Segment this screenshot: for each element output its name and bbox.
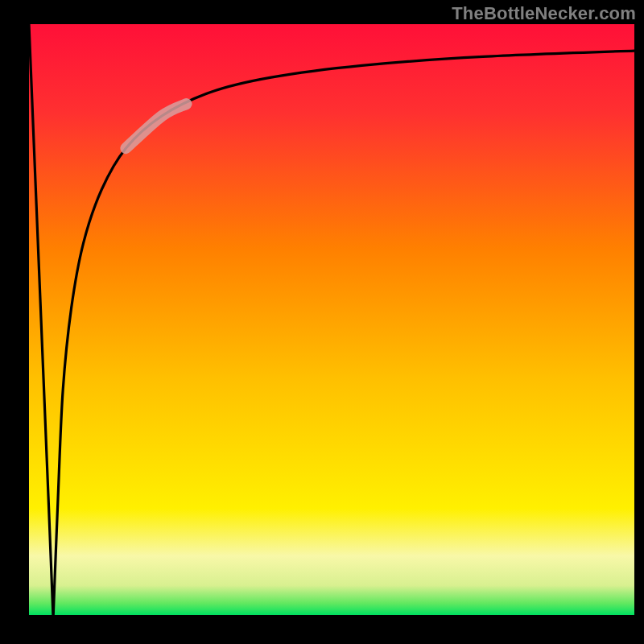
plot-area <box>29 24 634 615</box>
chart-root: TheBottleNecker.com <box>0 0 644 644</box>
chart-svg <box>0 0 644 644</box>
attribution-text: TheBottleNecker.com <box>452 3 636 24</box>
